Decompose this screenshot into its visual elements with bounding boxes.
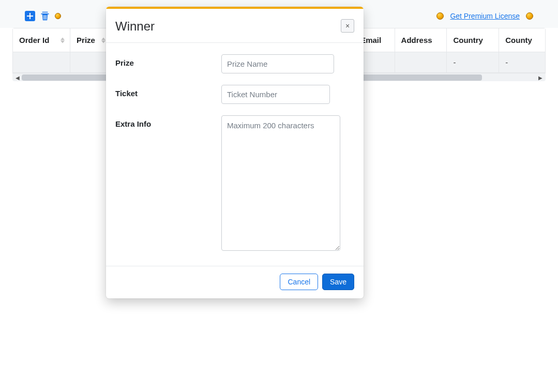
column-header-label: Prize <box>77 36 95 44</box>
prize-input[interactable] <box>221 54 334 73</box>
coin-icon <box>526 12 533 20</box>
column-header[interactable]: County <box>499 28 546 52</box>
coin-icon <box>436 12 444 20</box>
scroll-left-icon[interactable]: ◀ <box>16 74 20 80</box>
column-header[interactable]: Country <box>447 28 499 52</box>
ticket-label: Ticket <box>115 85 221 98</box>
save-button[interactable]: Save <box>322 274 354 290</box>
sort-icon[interactable] <box>101 37 105 43</box>
column-header-label: Order Id <box>19 36 49 44</box>
extra-info-label: Extra Info <box>115 115 221 128</box>
table-cell <box>70 52 111 73</box>
trash-icon[interactable] <box>39 10 51 22</box>
modal-title: Winner <box>115 19 155 34</box>
modal-body: Prize Ticket Extra Info <box>106 43 364 266</box>
sort-icon[interactable] <box>61 37 65 43</box>
winner-modal: Winner × Prize Ticket Extra Info <box>106 7 364 298</box>
coin-icon <box>55 13 61 19</box>
column-header[interactable]: Address <box>395 28 447 52</box>
extra-info-textarea[interactable] <box>221 115 340 251</box>
column-header-label: Country <box>453 36 483 44</box>
modal-header: Winner × <box>106 9 364 43</box>
close-button[interactable]: × <box>341 19 354 33</box>
table-cell <box>395 52 447 73</box>
ticket-input[interactable] <box>221 85 330 104</box>
column-header-label: County <box>505 36 532 44</box>
toolbar-right: Get Premium License <box>436 12 533 20</box>
scroll-right-icon[interactable]: ▶ <box>538 74 542 80</box>
modal-footer: Cancel Save <box>106 266 364 298</box>
toolbar-left <box>25 10 61 22</box>
column-header[interactable]: Order Id <box>12 28 70 52</box>
table-cell: - <box>499 52 546 73</box>
column-header-label: Email <box>360 36 381 44</box>
form-row-ticket: Ticket <box>115 85 354 104</box>
prize-label: Prize <box>115 54 221 67</box>
table-cell <box>12 52 70 73</box>
form-row-prize: Prize <box>115 54 354 73</box>
column-header-label: Address <box>401 36 432 44</box>
column-header[interactable]: Prize <box>70 28 111 52</box>
form-row-extra-info: Extra Info <box>115 115 354 252</box>
premium-link[interactable]: Get Premium License <box>450 12 520 20</box>
add-icon[interactable] <box>25 11 35 21</box>
cancel-button[interactable]: Cancel <box>280 274 318 290</box>
table-cell: - <box>447 52 499 73</box>
